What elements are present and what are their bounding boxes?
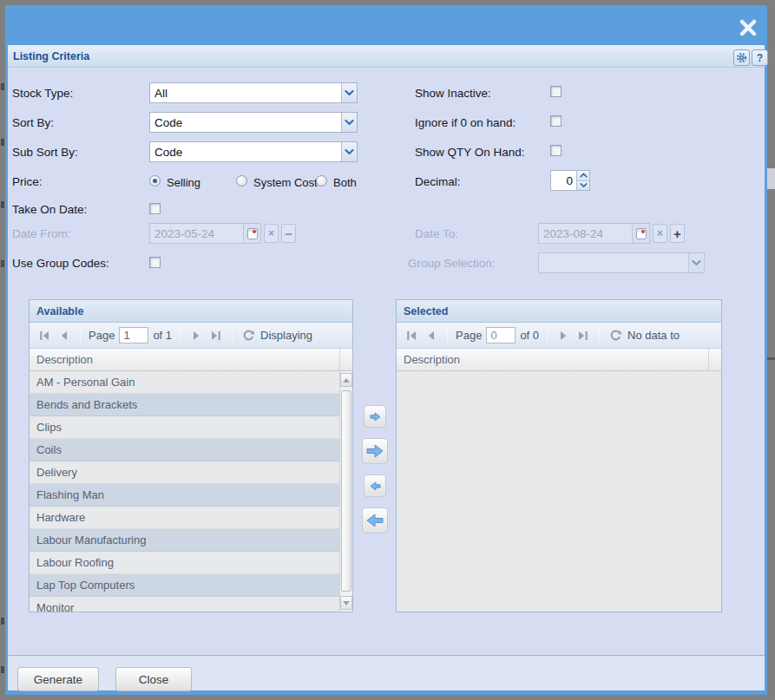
show-qty-label: Show QTY On Hand: [415,146,525,159]
page-of-label: of 0 [520,329,539,342]
add-all-icon[interactable] [362,438,388,464]
page-scrollbar-fragment [767,168,775,189]
page-edge-fragment [1,666,4,673]
toolbar-separator [599,329,600,343]
list-item[interactable]: AM - Personal Gain [30,371,352,394]
help-icon[interactable]: ? [752,49,768,66]
show-inactive-checkbox[interactable] [550,86,562,97]
ignore-if-zero-checkbox[interactable] [550,115,562,127]
first-page-icon[interactable] [36,328,52,343]
use-group-codes-label: Use Group Codes: [12,257,109,270]
list-item[interactable]: Lap Top Computers [30,574,352,597]
decimal-spinner[interactable] [550,170,590,191]
sub-sort-by-combo[interactable] [149,141,358,162]
clear-glyph: × [657,227,663,239]
remove-selected-icon[interactable] [364,474,386,497]
decimal-input[interactable] [551,171,576,190]
toolbar-separator [547,329,548,343]
available-column-header[interactable]: Description [30,349,352,371]
page-edge-fragment [1,618,4,625]
price-radio-both[interactable] [316,175,327,186]
price-radio-selling[interactable] [149,175,161,186]
scroll-down-icon[interactable] [340,596,352,610]
last-page-icon[interactable] [208,328,224,343]
page-title: Listing Criteria [8,50,89,62]
list-item[interactable]: Labour Manufacturing [30,529,352,552]
take-on-date-label: Take On Date: [12,203,87,216]
list-item[interactable]: Clips [30,416,352,439]
column-divider [339,349,340,370]
take-on-date-checkbox[interactable] [149,203,161,214]
list-item[interactable]: Hardware [30,507,352,529]
price-option-label: System Cost [253,176,318,189]
help-glyph: ? [757,52,763,64]
use-group-codes-checkbox[interactable] [149,257,161,268]
chevron-down-icon[interactable] [688,253,704,272]
list-item[interactable]: Bends and Brackets [30,394,352,416]
list-item[interactable]: Labour Roofing [30,552,352,574]
sort-by-input[interactable] [150,113,341,132]
scroll-up-icon[interactable] [340,373,352,387]
list-item[interactable]: Monitor [30,597,352,612]
page-edge-fragment [1,260,4,267]
prev-page-icon[interactable] [424,328,439,343]
selected-panel: Selected Page of 0 No data to Descriptio… [396,299,722,612]
date-from-input[interactable] [150,224,243,243]
first-page-icon[interactable] [404,328,419,343]
page-number-input[interactable] [119,327,148,343]
selected-column-header[interactable]: Description [397,349,721,371]
date-from-minus-button[interactable]: − [281,224,296,243]
list-item[interactable]: Delivery [30,461,352,484]
next-page-icon[interactable] [188,328,204,343]
refresh-icon[interactable] [240,328,256,343]
generate-button[interactable]: Generate [17,667,99,691]
price-option-label: Selling [167,176,200,189]
column-header-label: Description [397,353,460,366]
page-number-input[interactable] [486,327,516,343]
available-panel-title: Available [30,300,352,323]
toolbar-separator [80,329,81,343]
vertical-scrollbar[interactable] [339,371,352,612]
date-to-field[interactable] [538,223,650,244]
price-radio-system-cost[interactable] [236,175,247,186]
date-to-input[interactable] [539,224,632,243]
page-edge-fragment [1,139,4,146]
list-item[interactable]: Flashing Man [30,484,352,507]
stock-type-combo[interactable] [149,82,358,103]
gear-icon[interactable] [733,49,750,66]
calendar-icon[interactable] [243,224,260,243]
toolbar-separator [180,329,181,343]
group-selection-input[interactable] [539,253,688,272]
date-to-clear-icon[interactable]: × [653,224,667,243]
group-selection-combo[interactable] [538,252,705,273]
sub-sort-by-label: Sub Sort By: [12,146,78,159]
spinner-up-icon[interactable] [577,171,589,181]
date-from-field[interactable] [149,223,261,244]
chevron-down-icon[interactable] [341,113,357,132]
remove-all-icon[interactable] [362,507,388,533]
close-button[interactable]: Close [115,667,192,691]
calendar-icon[interactable] [632,224,649,243]
date-to-plus-button[interactable]: + [670,224,685,243]
close-icon[interactable] [737,16,759,39]
chevron-down-icon[interactable] [341,142,357,161]
page-edge-fragment [1,83,4,90]
spinner-down-icon[interactable] [577,181,589,191]
stock-type-input[interactable] [150,83,341,102]
refresh-icon[interactable] [608,328,623,343]
next-page-icon[interactable] [555,328,571,343]
stock-type-label: Stock Type: [12,87,73,100]
prev-page-icon[interactable] [56,328,72,343]
chevron-down-icon[interactable] [341,83,357,102]
show-qty-checkbox[interactable] [550,145,562,156]
scrollbar-thumb[interactable] [341,390,351,592]
decimal-label: Decimal: [415,175,461,188]
add-selected-icon[interactable] [364,405,386,428]
last-page-icon[interactable] [575,328,591,343]
sub-sort-by-input[interactable] [150,142,341,161]
date-to-label: Date To: [415,227,458,240]
list-item[interactable]: Coils [30,439,352,461]
date-from-clear-icon[interactable]: × [264,224,279,243]
sort-by-combo[interactable] [149,112,358,133]
selected-grid-body [397,371,721,612]
